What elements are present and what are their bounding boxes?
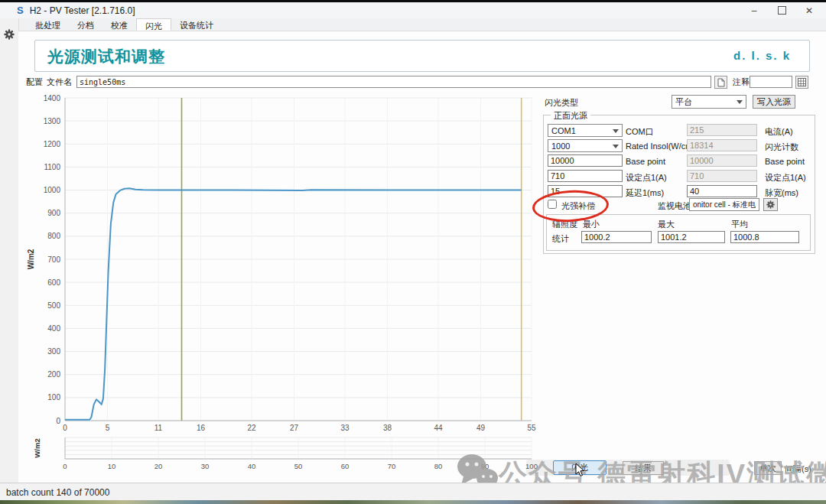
pulse-width-input[interactable] [687,185,757,197]
base-point-label: Base point [626,157,665,166]
svg-text:1000: 1000 [44,186,61,194]
monitor-settings-button[interactable] [763,198,778,211]
pulse-width-label: 脉宽(ms) [765,187,798,199]
flash-panel: 闪光类型 平台 写入光源 正面光源 COM1 COM口 电流(A) 1000 R… [541,93,826,255]
settings-gear-icon[interactable] [4,29,15,40]
svg-text:40: 40 [248,462,256,470]
mouse-cursor-icon [575,463,586,478]
note-input[interactable] [750,76,792,88]
left-sidebar [0,18,19,483]
base-point-input[interactable] [548,154,623,167]
maximize-icon [778,6,786,15]
svg-text:10: 10 [108,462,116,470]
base-point-readback-field [687,154,757,167]
setpoint1-input[interactable] [548,170,623,182]
chevron-down-icon [613,129,619,136]
note-label: 注释 [733,76,750,88]
app-window: S H2 - PV Tester [2.1.716.0] – ✕ 批处理 分档 … [0,0,826,504]
svg-text:70: 70 [388,462,396,470]
svg-text:W/m2: W/m2 [33,438,41,457]
min-header: 最小 [583,219,600,230]
brand-logo: d. l. s. k [733,49,791,62]
svg-text:100: 100 [47,393,60,402]
menu-tabbar: 批处理 分档 校准 闪光 设备统计 [18,18,826,31]
window-controls: – ✕ [740,2,823,18]
monitor-cell-select[interactable]: onitor cell - 标准电池 [689,198,759,211]
avg-irradiance-field[interactable] [730,231,799,243]
monitor-cell-label: 监视电池 [658,200,691,212]
svg-text:200: 200 [47,370,60,379]
svg-text:80: 80 [434,462,443,470]
svg-text:1300: 1300 [44,117,61,125]
min-irradiance-field[interactable] [581,231,652,243]
front-source-group-title: 正面光源 [551,110,590,122]
titlebar: S H2 - PV Tester [2.1.716.0] – ✕ [0,2,826,18]
irradiance-chart: 0100200300400500600700800900100011001200… [23,93,543,436]
flash-count-label: 闪光计数 [765,141,798,153]
max-header: 最大 [658,219,675,230]
svg-text:50: 50 [294,462,303,470]
batch-count-status: batch count 140 of 70000 [6,487,109,498]
svg-text:500: 500 [47,301,60,310]
tab-binning[interactable]: 分档 [69,18,102,31]
flash-count-field [687,139,757,151]
setpoint1-readback-field [687,170,757,182]
svg-text:1400: 1400 [44,94,61,102]
max-irradiance-field[interactable] [658,231,725,243]
flash-type-select[interactable]: 平台 [672,95,746,109]
svg-text:1100: 1100 [44,163,60,171]
page-title: 光源测试和调整 [47,46,165,67]
delay1-label: 延迟1(ms) [626,187,664,199]
setpoint1-label: 设定点1(A) [626,172,667,184]
svg-text:W/m2: W/m2 [27,249,35,269]
write-source-button[interactable]: 写入光源 [753,95,795,109]
stats-row-label: 统计 [552,233,569,245]
base-point-readback-label: Base point [765,157,805,166]
com-port-label: COM口 [626,126,654,138]
maximize-button[interactable] [768,2,795,18]
status-bar: batch count 140 of 70000 [0,483,826,501]
open-file-button[interactable] [714,76,727,89]
close-button[interactable]: ✕ [795,2,823,18]
window-title: H2 - PV Tester [2.1.716.0] [30,5,135,16]
monitor-cell-value: onitor cell - 标准电池 [693,200,756,210]
grid-icon [798,78,806,86]
flash-type-value: 平台 [675,96,737,108]
document-icon [717,78,725,87]
svg-text:700: 700 [47,255,60,264]
table-button[interactable] [795,76,808,89]
minimize-button[interactable]: – [740,2,768,18]
svg-text:800: 800 [47,232,60,240]
svg-text:900: 900 [47,209,60,217]
svg-text:600: 600 [47,278,60,287]
filename-input[interactable] [76,76,711,88]
svg-text:0: 0 [63,462,67,470]
rated-insol-value: 1000 [551,141,613,151]
current-label: 电流(A) [765,126,793,138]
com-port-select[interactable]: COM1 [548,124,623,137]
taskbar-edge [0,500,826,504]
rated-insol-select[interactable]: 1000 [548,139,623,152]
svg-text:0: 0 [56,417,60,425]
svg-text:400: 400 [47,324,60,333]
filename-label: 文件名 [47,76,72,88]
avg-header: 平均 [731,219,748,230]
tab-device-stats[interactable]: 设备统计 [171,18,222,31]
flash-type-label: 闪光类型 [545,97,578,109]
tab-flash[interactable]: 闪光 [136,18,171,31]
svg-text:60: 60 [341,462,350,470]
tab-batch[interactable]: 批处理 [27,18,69,31]
gear-icon [766,200,775,209]
page-header: 光源测试和调整 d. l. s. k [34,40,810,72]
svg-text:300: 300 [47,347,60,356]
app-icon: S [17,5,24,16]
config-label: 配置 [26,76,43,88]
tab-calibration[interactable]: 校准 [102,18,136,31]
chevron-down-icon [613,145,619,151]
svg-text:20: 20 [154,462,163,470]
svg-text:30: 30 [201,462,210,470]
chevron-down-icon [737,100,743,107]
current-field [687,124,757,136]
setpoint1-readback-label: 设定点1(A) [765,172,806,184]
svg-text:1200: 1200 [44,140,61,148]
